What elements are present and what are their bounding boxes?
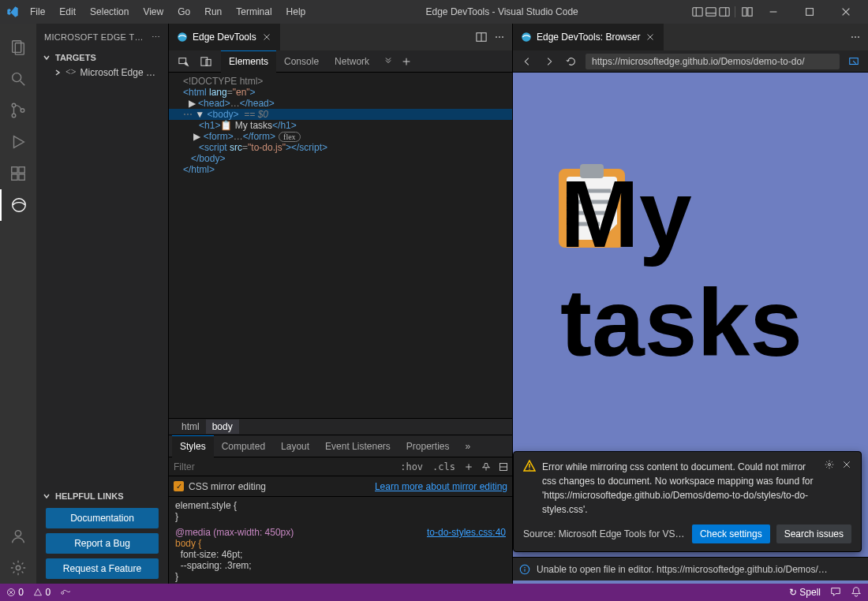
inspect-element-icon[interactable]: [174, 51, 194, 72]
flex-badge[interactable]: flex: [279, 132, 301, 142]
menu-help[interactable]: Help: [280, 3, 312, 21]
link-report-bug[interactable]: Report a Bug: [46, 533, 159, 554]
hov-toggle[interactable]: :hov: [395, 460, 428, 474]
browser-viewport[interactable]: My tasks Error while mirroring css conte…: [513, 73, 868, 584]
sidebar-more-icon[interactable]: ⋯: [152, 32, 160, 43]
activity-scm[interactable]: [0, 95, 36, 126]
toast-settings-icon[interactable]: [825, 460, 834, 469]
subtab-eventlisteners[interactable]: Event Listeners: [317, 435, 398, 457]
svg-rect-0: [693, 8, 702, 17]
device-toggle-icon[interactable]: [196, 51, 216, 72]
activity-settings[interactable]: [0, 552, 36, 584]
toast-message: Error while mirroring css content to doc…: [542, 460, 818, 517]
crumb-html[interactable]: html: [175, 420, 206, 434]
url-bar[interactable]: https://microsoftedge.github.io/Demos/de…: [586, 54, 840, 69]
target-item[interactable]: <> Microsoft Edge …: [36, 65, 168, 80]
target-type-icon: <>: [65, 66, 77, 78]
status-spell[interactable]: ↻ Spell: [789, 587, 821, 598]
menu-file[interactable]: File: [24, 3, 51, 21]
nav-back-icon[interactable]: [519, 56, 535, 67]
mirror-checkbox[interactable]: ✓: [174, 481, 184, 491]
menu-edit[interactable]: Edit: [53, 3, 82, 21]
error-toast: Error while mirroring css content to doc…: [513, 451, 862, 552]
cls-toggle[interactable]: .cls: [428, 460, 460, 474]
tabs-right: Edge DevTools: Browser ⋯: [513, 24, 868, 50]
activity-run[interactable]: [0, 126, 36, 158]
layout-secondary-icon[interactable]: [719, 6, 730, 17]
menu-go[interactable]: Go: [171, 3, 196, 21]
styles-panel[interactable]: element.style {} to-do-styles.css:40 @me…: [169, 497, 512, 584]
tabs-left: Edge DevTools ⋯: [169, 24, 512, 50]
pin-icon[interactable]: [477, 462, 495, 472]
clipboard-emoji-icon: 📋: [220, 120, 232, 131]
svg-marker-65: [35, 589, 42, 595]
devtools-tab-network[interactable]: Network: [327, 50, 377, 73]
elements-dom-tree[interactable]: <!DOCTYPE html> <html lang="en"> ▶ <head…: [169, 73, 512, 418]
close-icon[interactable]: [261, 32, 272, 43]
activity-extensions[interactable]: [0, 158, 36, 189]
crumb-body[interactable]: body: [206, 420, 239, 434]
activity-edge-devtools[interactable]: [0, 189, 36, 221]
screencast-toggle-icon[interactable]: [846, 56, 862, 67]
layout-primary-icon[interactable]: [692, 6, 703, 17]
search-issues-button[interactable]: Search issues: [776, 524, 851, 543]
close-icon[interactable]: [645, 32, 656, 43]
devtools-tab-console[interactable]: Console: [276, 50, 327, 73]
svg-point-56: [829, 464, 831, 466]
svg-rect-9: [806, 9, 814, 16]
nav-reload-icon[interactable]: [563, 56, 579, 67]
menu-selection[interactable]: Selection: [84, 3, 135, 21]
close-window-button[interactable]: [830, 0, 862, 24]
subtab-layout[interactable]: Layout: [273, 435, 317, 457]
editor-group-devtools: Edge DevTools ⋯ Elements Console Network: [169, 24, 513, 584]
tab-more-icon[interactable]: ⋯: [851, 32, 860, 43]
subtab-properties[interactable]: Properties: [398, 435, 458, 457]
minimize-button[interactable]: [758, 0, 789, 24]
menu-terminal[interactable]: Terminal: [230, 3, 278, 21]
svg-point-16: [12, 103, 16, 107]
title-right: [692, 0, 862, 24]
more-tabs-icon[interactable]: [383, 57, 393, 66]
tab-edge-browser[interactable]: Edge DevTools: Browser: [513, 24, 664, 50]
styles-subtabs: Styles Computed Layout Event Listeners P…: [169, 435, 512, 457]
sidebar-header: MICROSOFT EDGE T… ⋯: [36, 24, 168, 50]
split-editor-icon[interactable]: [476, 32, 487, 43]
svg-rect-22: [12, 174, 17, 180]
status-feedback-icon[interactable]: [830, 586, 841, 599]
add-tab-icon[interactable]: [401, 56, 412, 67]
activity-accounts[interactable]: [0, 521, 36, 552]
activity-explorer[interactable]: [0, 32, 36, 63]
mirror-learn-more-link[interactable]: Learn more about mirror editing: [375, 481, 507, 492]
subtab-more-icon[interactable]: »: [458, 435, 479, 457]
css-file-link[interactable]: to-do-styles.css:40: [427, 527, 506, 538]
check-settings-button[interactable]: Check settings: [692, 524, 770, 543]
tab-label: Edge DevTools: Browser: [537, 32, 640, 43]
nav-forward-icon[interactable]: [541, 56, 557, 67]
section-targets[interactable]: TARGETS: [36, 50, 168, 65]
new-style-rule-icon[interactable]: [460, 462, 477, 472]
menu-run[interactable]: Run: [198, 3, 228, 21]
info-bar: Unable to open file in editor. https://m…: [513, 557, 868, 580]
link-documentation[interactable]: Documentation: [46, 508, 159, 528]
activity-search[interactable]: [0, 63, 36, 95]
layout-panel-icon[interactable]: [705, 6, 716, 17]
maximize-button[interactable]: [794, 0, 825, 24]
computed-panel-icon[interactable]: [495, 462, 512, 472]
subtab-computed[interactable]: Computed: [214, 435, 273, 457]
status-bell-icon[interactable]: [851, 586, 862, 599]
section-helpful-links[interactable]: HELPFUL LINKS: [36, 489, 168, 503]
devtools-tab-elements[interactable]: Elements: [221, 50, 276, 73]
styles-filter-input[interactable]: [169, 461, 395, 472]
tab-edge-devtools[interactable]: Edge DevTools: [169, 24, 280, 50]
window-title: Edge DevTools - Visual Studio Code: [316, 6, 687, 17]
status-errors[interactable]: 0: [6, 587, 24, 598]
layout-customize-icon[interactable]: [742, 6, 753, 17]
status-ports-icon[interactable]: [60, 587, 71, 598]
svg-rect-20: [12, 167, 17, 173]
menu-view[interactable]: View: [137, 3, 170, 21]
status-warnings[interactable]: 0: [33, 587, 51, 598]
link-request-feature[interactable]: Request a Feature: [46, 558, 159, 579]
toast-close-icon[interactable]: [842, 460, 851, 469]
subtab-styles[interactable]: Styles: [172, 435, 214, 457]
tab-more-icon[interactable]: ⋯: [495, 32, 504, 43]
